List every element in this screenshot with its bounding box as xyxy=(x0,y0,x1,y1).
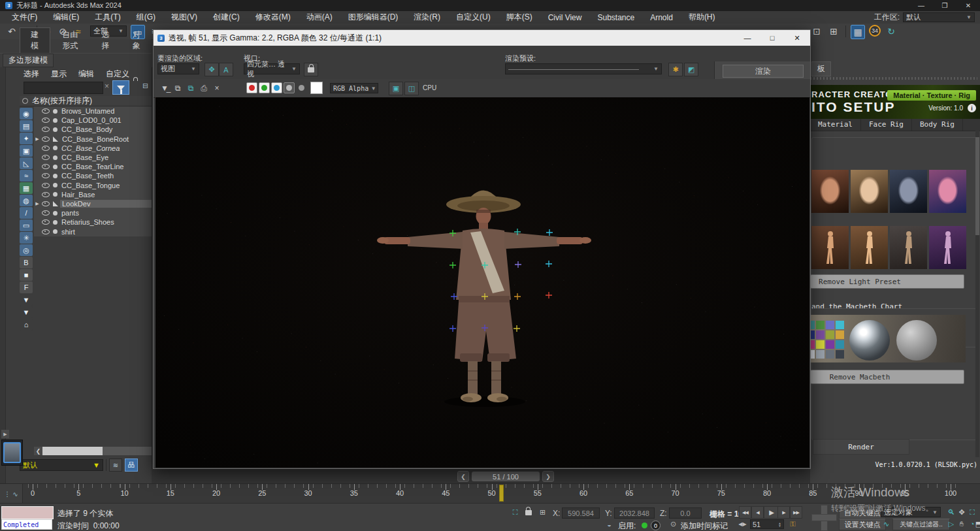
blue-channel-button[interactable] xyxy=(271,82,282,93)
visibility-eye-icon[interactable] xyxy=(42,137,50,142)
info-icon[interactable]: i xyxy=(968,104,976,112)
visibility-eye-icon[interactable] xyxy=(42,155,50,160)
object-name[interactable]: CC_Base_TearLine xyxy=(59,163,152,170)
render-button[interactable]: 渲染 xyxy=(723,65,804,78)
scene-object-row[interactable]: CC_Base_Tongue xyxy=(34,181,152,190)
filter-button[interactable] xyxy=(112,80,129,95)
zoom-icon[interactable]: 🔍︎ xyxy=(946,507,956,517)
next-key-button[interactable]: ▶ xyxy=(777,506,790,519)
board-f-icon[interactable]: F xyxy=(20,282,33,293)
explorer-menu-item[interactable]: 自定义 xyxy=(106,69,129,80)
visibility-eye-icon[interactable] xyxy=(42,210,50,216)
command-panel-partial-tab[interactable]: 板 xyxy=(811,61,831,76)
mono-channel-button[interactable] xyxy=(284,82,295,93)
channel-display-dropdown[interactable]: RGB Alpha▼ xyxy=(330,83,378,93)
scene-object-row[interactable]: pants xyxy=(34,208,152,217)
previous-frame-button[interactable]: ❮ xyxy=(457,471,469,482)
board-b-icon[interactable]: B xyxy=(20,257,33,268)
visibility-eye-icon[interactable] xyxy=(42,192,50,197)
particles-icon[interactable]: ✳ xyxy=(20,232,33,244)
visibility-eye-icon[interactable] xyxy=(42,183,50,188)
menu-item[interactable]: Civil View xyxy=(540,11,590,24)
undo-button[interactable]: ↶ xyxy=(5,25,18,38)
body-light-preset-thumb[interactable] xyxy=(929,226,966,269)
pan-hand-icon[interactable]: ✋︎ xyxy=(956,519,967,529)
curve-editor-icon[interactable]: ⊡ xyxy=(810,25,823,38)
menu-item[interactable]: 组(G) xyxy=(129,11,163,24)
visibility-icon[interactable]: ◎ xyxy=(20,244,33,256)
object-name[interactable]: CC_Base_Body xyxy=(59,125,152,133)
layers-icon[interactable]: ▤ xyxy=(20,120,33,132)
object-name[interactable]: CC_Base_Teeth xyxy=(59,172,152,180)
ribbon-tab[interactable]: 对象 xyxy=(122,28,152,53)
menu-item[interactable]: 文件(F) xyxy=(4,11,45,24)
display-all-icon[interactable]: ◉ xyxy=(20,108,33,120)
face-light-preset-thumb[interactable] xyxy=(890,170,927,213)
new-key-mode-icon[interactable]: ∿ xyxy=(881,519,892,530)
expand-arrow-icon[interactable]: ▶ xyxy=(34,137,41,142)
background-color-swatch[interactable] xyxy=(310,82,323,94)
object-name[interactable]: CC_Base_Cornea xyxy=(59,144,152,152)
visibility-eye-icon[interactable] xyxy=(42,173,50,178)
auto-region-icon[interactable]: A xyxy=(219,63,233,76)
visibility-eye-icon[interactable] xyxy=(42,201,50,206)
expand-arrow-icon[interactable]: ▶ xyxy=(34,201,41,206)
set-keys-icon[interactable]: ⚿ xyxy=(787,519,798,530)
menu-item[interactable]: 帮助(H) xyxy=(681,11,723,24)
remove-macbeth-button[interactable]: Remove Macbeth xyxy=(810,370,964,384)
zoom-extents-icon[interactable]: ⛶ xyxy=(967,507,977,517)
ribbon-tab[interactable]: 自由形式 xyxy=(52,28,90,53)
scene-undo-history-icon[interactable]: ↻ xyxy=(885,25,898,38)
print-image-icon[interactable]: ⎙ xyxy=(198,82,210,94)
maximize-button[interactable]: ❐ xyxy=(933,0,956,11)
area-to-render-dropdown[interactable]: 视图▼ xyxy=(157,63,199,74)
go-to-start-button[interactable]: ◀◀ xyxy=(739,506,751,519)
caddy-icon[interactable]: ◒ xyxy=(604,519,615,530)
object-name[interactable]: pants xyxy=(59,209,152,217)
scene-object-row[interactable]: Hair_Base xyxy=(34,190,152,199)
z-coordinate-field[interactable]: 0.0 xyxy=(669,507,702,519)
object-name[interactable]: shirt xyxy=(59,228,152,236)
face-light-preset-thumb[interactable] xyxy=(929,170,966,213)
previous-key-button[interactable]: ◀ xyxy=(751,506,764,519)
clear-search-icon[interactable]: × xyxy=(105,82,109,91)
menu-item[interactable]: 视图(V) xyxy=(163,11,205,24)
scene-object-row[interactable]: CC_Base_TearLine xyxy=(34,162,152,171)
cc-tab[interactable]: Body Rig xyxy=(912,119,963,131)
environment-icon[interactable]: ◩ xyxy=(684,63,698,76)
scene-object-row[interactable]: CC_Base_Body xyxy=(34,125,152,134)
dialog-titlebar[interactable]: 3 透视, 帧 51, 显示 Gamma: 2.2, RGBA 颜色 32 位/… xyxy=(154,30,810,46)
frame-indicator[interactable]: 51 / 100 xyxy=(472,472,540,481)
menu-item[interactable]: 自定义(U) xyxy=(448,11,498,24)
visibility-eye-icon[interactable] xyxy=(42,219,50,225)
explorer-display-icon[interactable]: ⊟ xyxy=(142,82,148,90)
scene-object-row[interactable]: CC_Base_Eye xyxy=(34,153,152,162)
menu-item[interactable]: 创建(C) xyxy=(205,11,248,24)
visibility-eye-icon[interactable] xyxy=(42,229,50,234)
current-frame-field[interactable]: 51 ▲▼ xyxy=(750,519,784,529)
autobackup-timer-badge[interactable]: 34 xyxy=(869,25,881,37)
menu-item[interactable]: 动画(A) xyxy=(299,11,340,24)
autosave-icon[interactable]: ▦ xyxy=(851,25,865,39)
explorer-menu-item[interactable]: 显示 xyxy=(51,69,67,80)
cc-tab[interactable]: Face Rig xyxy=(861,119,912,131)
dialog-minimize-button[interactable]: — xyxy=(735,30,760,46)
panel-expander-icon[interactable]: ▶ xyxy=(1,430,9,438)
spinner-icons[interactable]: ▲▼ xyxy=(778,522,781,527)
scene-object-row[interactable]: Brows_Untamed xyxy=(34,106,152,116)
object-name[interactable]: Brows_Untamed xyxy=(59,107,152,115)
scene-object-row[interactable]: CC_Base_Teeth xyxy=(34,171,152,180)
object-name[interactable]: CC_Base_Eye xyxy=(59,153,152,161)
shapes-icon[interactable]: / xyxy=(20,207,33,219)
clone-window-icon[interactable]: ⧉ xyxy=(185,82,197,94)
containers-icon[interactable]: ▭ xyxy=(20,219,33,231)
object-name[interactable]: CC_Base_Tongue xyxy=(59,182,152,189)
add-time-tag[interactable]: 添加时间标记 xyxy=(681,521,728,531)
key-filters-button[interactable]: 关键点过滤器.. xyxy=(892,519,950,530)
filter-gear-icon[interactable]: ▼ xyxy=(20,294,33,306)
visibility-eye-icon[interactable] xyxy=(42,164,50,169)
menu-item[interactable]: 编辑(E) xyxy=(45,11,87,24)
basket-icon[interactable]: ⌂ xyxy=(20,319,33,330)
current-frame-marker[interactable] xyxy=(499,485,504,502)
y-coordinate-field[interactable]: 2032.848 xyxy=(614,507,655,519)
